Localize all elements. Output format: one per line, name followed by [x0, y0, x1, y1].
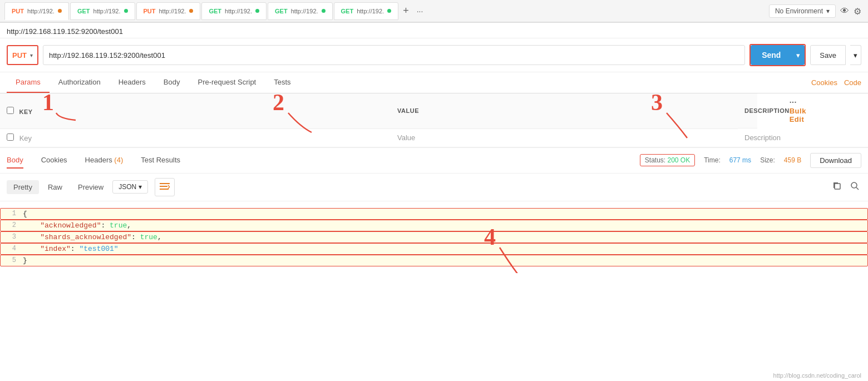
tab-1[interactable]: PUT http://192.	[4, 2, 69, 20]
params-row: Key Value Description	[0, 128, 868, 147]
more-tabs-button[interactable]: ···	[413, 7, 427, 16]
pretty-button[interactable]: Pretty	[7, 180, 39, 194]
tab-method-5: GET	[275, 8, 288, 14]
resp-tab-headers[interactable]: Headers (4)	[85, 152, 124, 169]
col-header-key: KEY	[0, 93, 391, 128]
tab-url-4: http://192.	[225, 8, 252, 14]
url-input[interactable]	[43, 45, 745, 65]
search-icon[interactable]	[848, 179, 861, 195]
tab-url-1: http://192.	[27, 8, 55, 14]
response-header: Body Cookies Headers (4) Test Results St…	[0, 147, 868, 174]
tab-body[interactable]: Body	[155, 72, 189, 93]
tab-2[interactable]: GET http://192.	[70, 2, 135, 20]
param-key-cell: Key	[0, 128, 391, 147]
address-url: http://192.168.119.152:9200/test001	[7, 27, 123, 36]
tab-url-2: http://192.	[93, 8, 121, 14]
params-more-icon[interactable]: ···	[790, 98, 797, 107]
resp-tab-cookies[interactable]: Cookies	[41, 152, 67, 169]
svg-rect-3	[835, 184, 840, 189]
tab-method-1: PUT	[12, 8, 24, 14]
bulk-edit-button[interactable]: Bulk Edit	[790, 107, 806, 123]
tab-method-2: GET	[77, 8, 90, 14]
copy-icon[interactable]	[830, 179, 844, 195]
tab-bar: PUT http://192. GET http://192. PUT http…	[0, 0, 868, 22]
gear-icon[interactable]: ⚙	[854, 6, 861, 17]
format-bar: Pretty Raw Preview JSON ▾	[0, 174, 868, 201]
format-chevron-icon: ▾	[139, 183, 142, 191]
tab-url-5: http://192.	[291, 8, 318, 14]
tab-method-6: GET	[341, 8, 354, 14]
save-button[interactable]: Save	[810, 45, 846, 65]
tab-5[interactable]: GET http://192.	[268, 2, 333, 20]
code-output: 1 { 2 "acknowledged": true, 3 "shards_ac…	[0, 201, 868, 273]
tab-dot-5	[322, 9, 326, 13]
request-nav-tabs: Params Authorization Headers Body Pre-re…	[0, 72, 868, 93]
download-button[interactable]: Download	[810, 153, 861, 168]
code-link[interactable]: Code	[844, 78, 861, 87]
row-checkbox[interactable]	[7, 133, 14, 141]
environment-bar: No Environment ▾ 👁 ⚙	[769, 0, 868, 22]
code-line-5: 5 }	[0, 255, 868, 266]
params-section: KEY VALUE DESCRIPTION ··· Bulk Edit	[0, 93, 868, 147]
address-bar: http://192.168.119.152:9200/test001	[0, 23, 868, 38]
tab-url-6: http://192.	[357, 8, 384, 14]
word-wrap-button[interactable]	[155, 178, 175, 196]
raw-button[interactable]: Raw	[41, 180, 69, 194]
tab-dot-6	[387, 9, 391, 13]
tab-headers[interactable]: Headers	[110, 72, 155, 93]
params-table: KEY VALUE DESCRIPTION ··· Bulk Edit	[0, 93, 868, 147]
tab-dot-3	[189, 9, 193, 13]
request-bar: PUT ▾ Send ▾ Save ▾	[0, 38, 868, 72]
resp-tab-body[interactable]: Body	[7, 152, 23, 169]
param-value-cell: Value	[391, 128, 738, 147]
resp-tab-test-results[interactable]: Test Results	[141, 152, 180, 169]
svg-rect-0	[160, 183, 170, 184]
tab-dot-4	[255, 9, 259, 13]
status-badge: Status: 200 OK	[640, 154, 695, 166]
code-line-2: 2 "acknowledged": true,	[0, 220, 868, 231]
method-arrow-icon: ▾	[30, 52, 33, 58]
svg-line-5	[856, 187, 859, 190]
tab-url-3: http://192.	[159, 8, 186, 14]
code-line-1: 1 {	[0, 208, 868, 220]
tab-params[interactable]: Params	[7, 72, 50, 93]
format-select[interactable]: JSON ▾	[112, 180, 148, 194]
method-label: PUT	[12, 51, 27, 60]
svg-rect-2	[160, 189, 169, 190]
environment-select[interactable]: No Environment ▾	[769, 4, 836, 18]
col-header-description: DESCRIPTION ··· Bulk Edit	[738, 93, 757, 128]
tab-4[interactable]: GET http://192.	[201, 2, 267, 20]
tab-method-4: GET	[209, 8, 221, 14]
save-arrow-button[interactable]: ▾	[850, 45, 861, 65]
method-select[interactable]: PUT ▾	[7, 45, 38, 65]
new-tab-button[interactable]: +	[400, 5, 412, 17]
nav-right: Cookies Code	[811, 78, 861, 87]
svg-point-4	[851, 182, 857, 188]
svg-rect-1	[160, 186, 167, 187]
tab-method-3: PUT	[144, 8, 156, 14]
send-button[interactable]: Send	[751, 45, 792, 65]
environment-label: No Environment	[775, 7, 823, 15]
format-label: JSON	[119, 183, 136, 191]
send-arrow-button[interactable]: ▾	[792, 45, 805, 65]
tab-prerequest[interactable]: Pre-request Script	[189, 72, 265, 93]
col-header-value: VALUE	[391, 93, 738, 128]
tab-tests[interactable]: Tests	[265, 72, 299, 93]
chevron-down-icon: ▾	[826, 7, 830, 15]
tab-authorization[interactable]: Authorization	[50, 72, 110, 93]
tab-3[interactable]: PUT http://192.	[136, 2, 201, 20]
tab-6[interactable]: GET http://192.	[334, 2, 399, 20]
code-line-3: 3 "shards_acknowledged": true,	[0, 231, 868, 243]
select-all-checkbox[interactable]	[7, 107, 14, 114]
format-right-buttons	[830, 179, 861, 195]
code-line-4: 4 "index": "test001"	[0, 243, 868, 255]
tab-dot-2	[124, 9, 128, 13]
cookies-link[interactable]: Cookies	[811, 78, 837, 87]
param-desc-cell: Description	[738, 128, 868, 147]
response-status-area: Status: 200 OK Time: 677 ms Size: 459 B …	[640, 153, 861, 168]
eye-icon[interactable]: 👁	[840, 6, 849, 16]
send-group: Send ▾	[749, 44, 806, 66]
tab-dot-1	[58, 9, 62, 13]
preview-button[interactable]: Preview	[71, 180, 110, 194]
